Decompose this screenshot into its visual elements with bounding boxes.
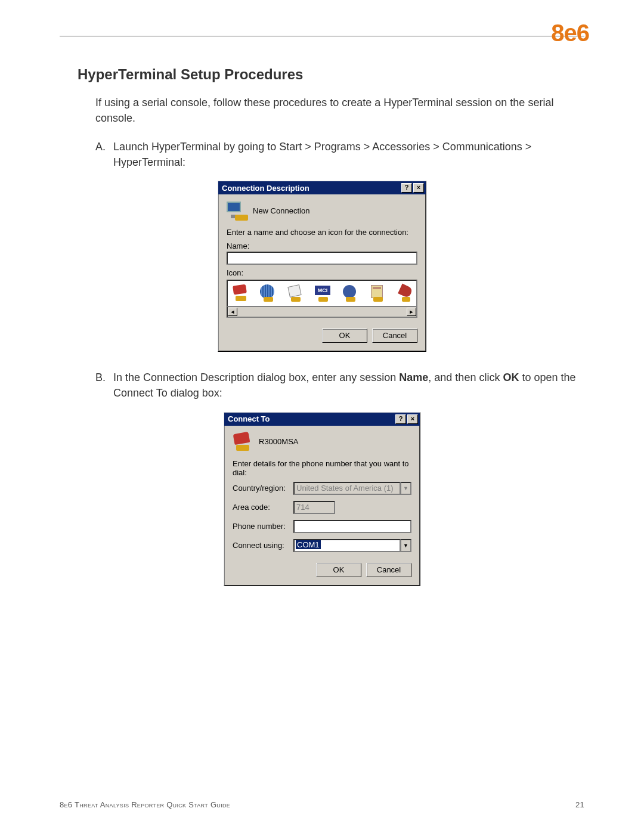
cancel-button[interactable]: Cancel <box>366 563 411 577</box>
step-b-bold-ok: OK <box>503 371 519 383</box>
icon-scrollbar[interactable]: ◄ ► <box>227 307 417 318</box>
close-button[interactable]: × <box>413 183 424 193</box>
scroll-right-button[interactable]: ► <box>407 308 416 316</box>
ok-button[interactable]: OK <box>316 563 361 577</box>
connection-icon-option-4[interactable]: MCI <box>312 284 334 303</box>
step-b-marker: B. <box>95 370 113 401</box>
connection-phone-icon <box>233 433 253 451</box>
country-label: Country/region: <box>233 484 289 493</box>
connection-icon-option-2[interactable] <box>258 284 279 303</box>
connect-to-dialog: Connect To ? × R3000MSA Enter details fo… <box>224 412 420 586</box>
cancel-button[interactable]: Cancel <box>372 329 417 343</box>
name-input[interactable] <box>227 252 417 265</box>
dialog2-prompt: Enter details for the phone number that … <box>233 459 411 477</box>
area-code-input[interactable] <box>293 501 335 514</box>
brand-logo: 8e6 <box>551 20 589 47</box>
country-combo[interactable]: United States of America (1) ▼ <box>293 482 411 495</box>
chevron-down-icon[interactable]: ▼ <box>401 482 411 495</box>
header-rule: 8e6 <box>60 36 584 36</box>
dialog2-titlebar[interactable]: Connect To ? × <box>224 413 420 426</box>
dialog2-heading: R3000MSA <box>259 437 298 446</box>
connection-icon-option-1[interactable] <box>230 284 252 303</box>
phone-number-label: Phone number: <box>233 522 289 531</box>
country-value: United States of America (1) <box>293 482 401 495</box>
dialog1-heading: New Connection <box>253 206 309 215</box>
dialog1-prompt: Enter a name and choose an icon for the … <box>227 228 417 237</box>
help-button[interactable]: ? <box>395 414 406 424</box>
new-connection-icon <box>227 202 247 219</box>
page-footer: 8e6 Threat Analysis Reporter Quick Start… <box>60 800 584 809</box>
icon-picker[interactable]: MCI <box>227 280 417 307</box>
step-b-text: In the Connection Description dialog box… <box>113 370 584 401</box>
connect-using-value: COM1 <box>293 539 401 552</box>
chevron-down-icon[interactable]: ▼ <box>401 539 411 552</box>
phone-number-input[interactable] <box>293 520 411 533</box>
step-a: A. Launch HyperTerminal by going to Star… <box>95 139 584 170</box>
step-a-text: Launch HyperTerminal by going to Start >… <box>113 139 584 170</box>
dialog1-titlebar[interactable]: Connection Description ? × <box>218 181 426 194</box>
connect-using-label: Connect using: <box>233 541 289 550</box>
close-button[interactable]: × <box>407 414 418 424</box>
area-code-label: Area code: <box>233 503 289 512</box>
ok-button[interactable]: OK <box>322 329 367 343</box>
step-b-bold-name: Name <box>399 371 428 383</box>
scroll-left-button[interactable]: ◄ <box>228 308 237 316</box>
page-number: 21 <box>575 800 584 809</box>
name-label: Name: <box>227 241 417 250</box>
connection-icon-option-5[interactable] <box>340 284 361 303</box>
help-button[interactable]: ? <box>401 183 412 193</box>
connect-using-combo[interactable]: COM1 ▼ <box>293 539 411 552</box>
intro-text: If using a serial console, follow these … <box>95 95 584 126</box>
step-b-mid: , and then click <box>428 371 503 383</box>
connection-description-dialog: Connection Description ? × New Connectio… <box>218 181 426 352</box>
dialog1-title: Connection Description <box>222 184 309 193</box>
step-a-marker: A. <box>95 139 113 170</box>
icon-label: Icon: <box>227 268 417 277</box>
step-b: B. In the Connection Description dialog … <box>95 370 584 401</box>
footer-title: 8e6 Threat Analysis Reporter Quick Start… <box>60 800 230 809</box>
connection-icon-option-7[interactable] <box>395 284 416 303</box>
connection-icon-option-3[interactable] <box>285 284 306 303</box>
step-b-prefix: In the Connection Description dialog box… <box>113 371 399 383</box>
connection-icon-option-6[interactable] <box>367 284 389 303</box>
section-title: HyperTerminal Setup Procedures <box>78 66 584 83</box>
dialog2-title: Connect To <box>228 414 270 423</box>
